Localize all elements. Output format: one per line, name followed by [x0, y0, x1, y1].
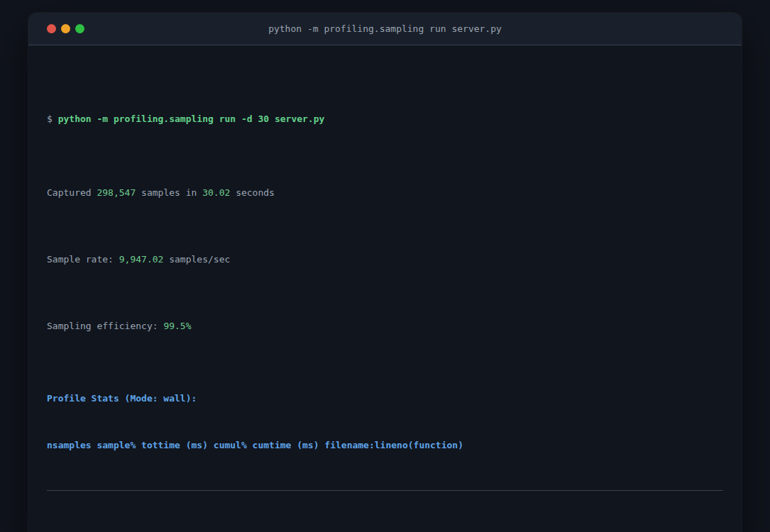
- prompt-symbol: $: [47, 113, 58, 124]
- command-line: $ python -m profiling.sampling run -d 30…: [47, 111, 723, 127]
- captured-line: Captured 298,547 samples in 30.02 second…: [47, 185, 723, 201]
- profile-stats-title: Profile Stats (Mode: wall):: [47, 391, 723, 406]
- samples-count: 298,547: [97, 187, 136, 198]
- command-text: python -m profiling.sampling run -d 30 s…: [58, 113, 325, 124]
- efficiency-line: Sampling efficiency: 99.5%: [47, 318, 723, 334]
- terminal-output[interactable]: $ python -m profiling.sampling run -d 30…: [28, 45, 742, 532]
- terminal-window: python -m profiling.sampling run server.…: [28, 13, 742, 532]
- sample-rate-value: 9,947.02: [119, 254, 164, 265]
- efficiency-value: 99.5%: [163, 321, 191, 331]
- duration-value: 30.02: [202, 187, 230, 198]
- sample-rate-line: Sample rate: 9,947.02 samples/sec: [47, 252, 723, 267]
- window-title: python -m profiling.sampling run server.…: [28, 23, 742, 34]
- table-divider: [47, 490, 723, 491]
- stats-table-header: nsamples sample% tottime (ms) cumul% cum…: [47, 438, 723, 453]
- titlebar[interactable]: python -m profiling.sampling run server.…: [28, 13, 742, 45]
